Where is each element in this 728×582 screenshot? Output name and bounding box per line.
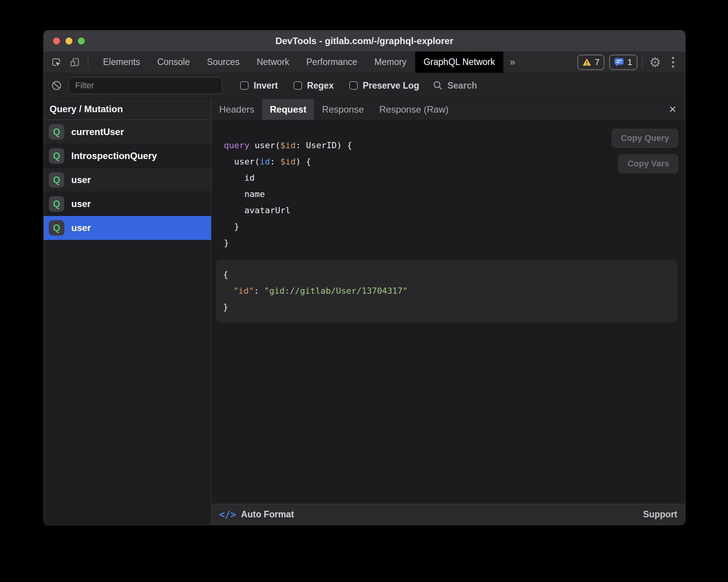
devtools-tab-network[interactable]: Network [248,51,298,73]
detail-tab-response-raw[interactable]: Response (Raw) [371,99,456,120]
code-line: avatarUrl [224,202,685,219]
query-type-badge: Q [49,172,64,188]
code-line: } [223,299,677,315]
query-list-header: Query / Mutation [44,99,211,120]
window-title: DevTools - gitlab.com/-/graphql-explorer [44,36,685,46]
query-type-badge: Q [49,148,64,164]
query-list-item[interactable]: Quser [44,216,211,240]
request-detail-panel: HeadersRequestResponseResponse (Raw) ✕ q… [211,99,685,525]
devtools-tab-sources[interactable]: Sources [198,51,248,73]
warning-icon [582,58,591,66]
device-toolbar-icon[interactable] [69,57,80,68]
query-list-panel: Query / Mutation QcurrentUserQIntrospect… [44,99,211,525]
query-list-item[interactable]: QcurrentUser [44,120,211,144]
query-name: user [71,199,91,209]
query-name: user [71,223,91,233]
issues-badge[interactable]: 1 [609,55,637,70]
devtools-tab-elements[interactable]: Elements [94,51,149,73]
query-list-item[interactable]: QIntrospectionQuery [44,144,211,168]
auto-format-button[interactable]: </> Auto Format [219,509,294,520]
query-list-item[interactable]: Quser [44,192,211,216]
code-format-icon: </> [219,509,236,520]
query-variables-box: { "id": "gid://gitlab/User/13704317"} [216,260,677,322]
regex-label: Regex [307,80,334,91]
auto-format-label: Auto Format [241,509,294,520]
search-icon [433,80,443,91]
message-bubble-icon [614,58,624,67]
query-type-badge: Q [49,124,64,140]
query-name: user [71,175,91,185]
devtools-window: DevTools - gitlab.com/-/graphql-explorer… [43,30,685,525]
preserve-log-toggle[interactable]: Preserve Log [349,80,419,91]
close-window-button[interactable] [53,38,60,45]
toolbar-separator [88,56,88,68]
message-count: 1 [627,57,632,67]
traffic-lights [44,38,85,45]
code-line: } [224,235,685,251]
copy-vars-button[interactable]: Copy Vars [618,154,678,173]
kebab-menu-icon[interactable] [668,57,678,68]
graphql-query-code: query user($id: UserID) { user(id: $id) … [224,137,685,251]
query-variables-json: { "id": "gid://gitlab/User/13704317"} [223,267,677,315]
search-control[interactable]: Search [433,80,477,91]
status-bar: </> Auto Format Support [211,504,685,525]
titlebar: DevTools - gitlab.com/-/graphql-explorer [44,31,685,51]
query-name: currentUser [71,127,124,137]
request-content: query user($id: UserID) { user(id: $id) … [211,120,685,504]
devtools-tab-graphql-network[interactable]: GraphQL Network [415,51,504,73]
query-type-badge: Q [49,220,64,236]
invert-label: Invert [254,80,278,91]
warnings-badge[interactable]: 7 [577,55,604,70]
query-list-item[interactable]: Quser [44,168,211,192]
code-line: name [224,186,685,202]
settings-gear-icon[interactable]: ⚙ [649,56,661,69]
invert-toggle[interactable]: Invert [240,80,278,91]
block-requests-icon[interactable] [52,80,62,91]
more-tabs-chevron-icon[interactable]: » [503,51,521,73]
devtools-tab-console[interactable]: Console [149,51,198,73]
devtools-tab-performance[interactable]: Performance [298,51,366,73]
support-link[interactable]: Support [643,509,677,520]
invert-checkbox[interactable] [240,81,249,90]
devtools-tab-memory[interactable]: Memory [366,51,415,73]
minimize-window-button[interactable] [65,38,72,45]
code-line: user(id: $id) { [224,154,685,170]
detail-tabs: HeadersRequestResponseResponse (Raw) ✕ [211,99,685,120]
preserve-log-checkbox[interactable] [349,81,358,90]
query-name: IntrospectionQuery [71,151,157,161]
code-line: { [223,267,677,283]
regex-toggle[interactable]: Regex [294,80,334,91]
detail-tab-request[interactable]: Request [262,99,314,120]
code-line: id [224,170,685,186]
regex-checkbox[interactable] [294,81,302,90]
filter-bar: InvertRegexPreserve Log Search [44,73,685,99]
close-icon[interactable]: ✕ [660,99,685,120]
inspect-element-icon[interactable] [51,57,62,68]
query-type-badge: Q [49,196,64,212]
detail-tab-response[interactable]: Response [314,99,371,120]
warning-count: 7 [595,57,599,67]
toolbar-separator [642,56,642,68]
code-line: "id": "gid://gitlab/User/13704317" [223,283,677,299]
devtools-toolbar: ElementsConsoleSourcesNetworkPerformance… [44,51,685,73]
copy-query-button[interactable]: Copy Query [611,128,678,148]
filter-input[interactable] [69,77,222,94]
search-label: Search [447,80,477,91]
detail-tab-headers[interactable]: Headers [211,99,262,120]
preserve-log-label: Preserve Log [363,80,419,91]
zoom-window-button[interactable] [78,38,85,45]
code-line: } [224,219,685,235]
